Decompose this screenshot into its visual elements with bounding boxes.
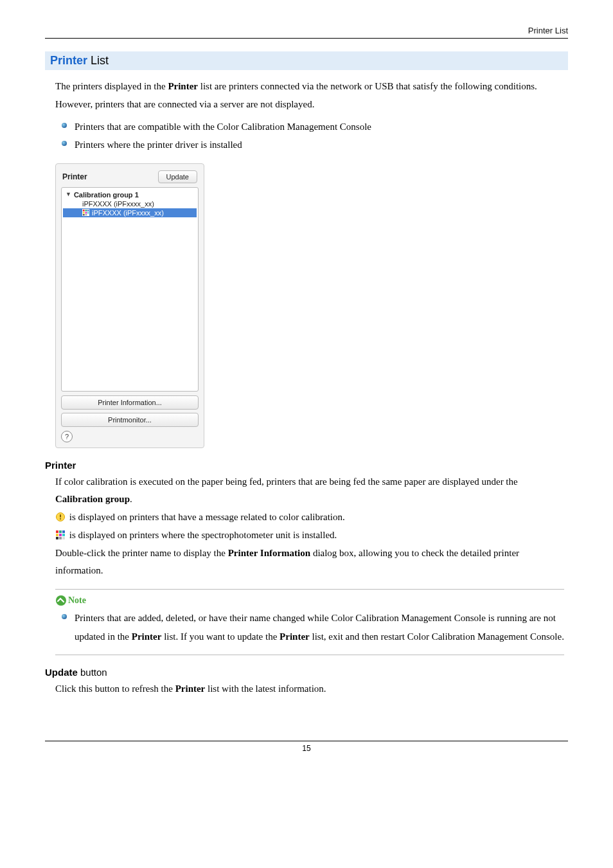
spectro-icon (55, 529, 66, 539)
svg-rect-14 (62, 530, 65, 533)
page-title: Printer List (45, 51, 568, 70)
svg-rect-4 (83, 212, 85, 214)
update-body: Click this button to refresh the Printer… (45, 680, 568, 698)
svg-point-21 (56, 595, 66, 606)
calibration-group-label: Calibration group 1 (74, 191, 139, 199)
printer-information-button[interactable]: Printer Information... (61, 395, 199, 410)
update-subhead: Update button (45, 667, 568, 678)
svg-rect-5 (85, 212, 87, 214)
disclosure-triangle-icon[interactable]: ▼ (66, 192, 71, 197)
svg-rect-13 (59, 530, 62, 533)
svg-rect-15 (56, 534, 58, 536)
bullet-driver-installed: Printers where the printer driver is ins… (62, 136, 568, 154)
svg-rect-3 (87, 210, 89, 212)
panel-title: Printer (62, 172, 87, 181)
calibration-group-row[interactable]: ▼ Calibration group 1 (63, 190, 197, 199)
note-label: Note (68, 595, 86, 606)
printer-row-2-selected[interactable]: iPFXXXX (iPFxxxx_xx) (63, 208, 197, 217)
svg-rect-18 (56, 537, 58, 539)
note-rule-bottom (55, 655, 564, 655)
printer-subhead: Printer (45, 460, 568, 471)
svg-rect-20 (62, 537, 65, 539)
printer-tree[interactable]: ▼ Calibration group 1 iPFXXXX (iPFxxxx_x… (61, 187, 199, 392)
note-rule-top (55, 589, 564, 590)
svg-rect-16 (59, 534, 62, 536)
note-box: Note Printers that are added, deleted, o… (55, 589, 564, 655)
printer-row-1[interactable]: iPFXXXX (iPFxxxx_xx) (63, 199, 197, 208)
svg-rect-10 (60, 514, 61, 518)
svg-rect-1 (83, 210, 85, 212)
svg-rect-17 (62, 534, 65, 536)
note-icon (55, 595, 67, 606)
spectro-icon (82, 209, 89, 216)
svg-point-11 (60, 518, 61, 520)
intro-paragraph: The printers displayed in the Printer li… (45, 78, 568, 114)
bullet-compatible: Printers that are compatible with the Co… (62, 118, 568, 136)
printmonitor-button[interactable]: Printmonitor... (61, 413, 199, 427)
intro-bullet-list: Printers that are compatible with the Co… (45, 118, 568, 154)
update-button[interactable]: Update (158, 170, 197, 183)
printer-body: If color calibration is executed on the … (45, 473, 568, 581)
footer-rule (45, 741, 568, 741)
svg-rect-8 (85, 214, 87, 215)
svg-rect-6 (87, 212, 89, 214)
svg-rect-19 (59, 537, 62, 539)
note-bullet: Printers that are added, deleted, or hav… (62, 609, 564, 646)
svg-rect-12 (56, 530, 58, 533)
title-accent: Printer (50, 54, 87, 67)
svg-rect-2 (85, 210, 87, 212)
page-number: 15 (302, 744, 310, 753)
title-rest: List (87, 54, 109, 67)
printer-panel: Printer Update ▼ Calibration group 1 iPF… (55, 163, 204, 448)
help-icon[interactable]: ? (61, 431, 73, 442)
warning-icon (55, 511, 66, 521)
header-breadcrumb: Printer List (45, 26, 568, 35)
svg-rect-7 (83, 214, 85, 215)
